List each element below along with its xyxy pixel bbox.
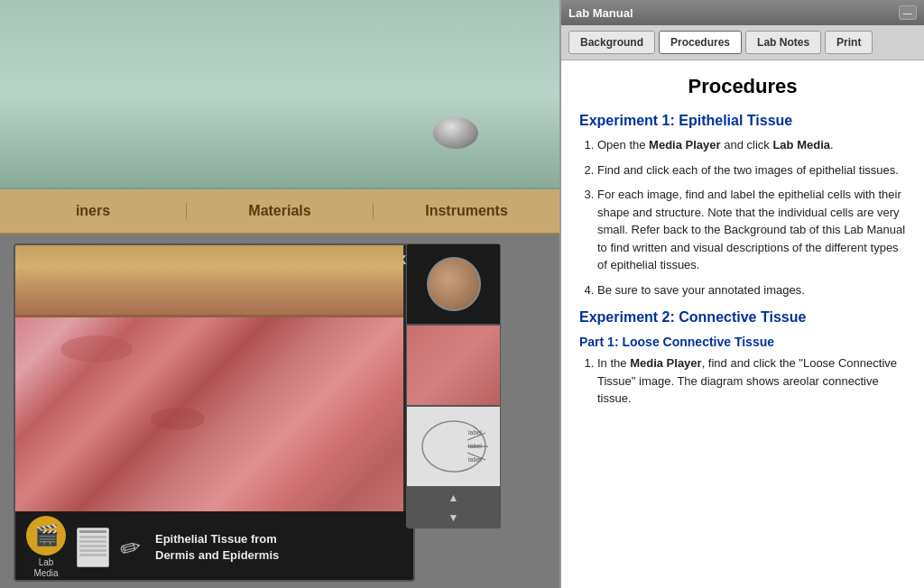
tab-background[interactable]: Background [568,31,655,54]
document-icon[interactable] [77,528,109,567]
tab-print[interactable]: Print [825,31,873,54]
epidermis-layer [15,245,403,317]
media-title: Epithelial Tissue fromDermis and Epiderm… [155,531,279,564]
thumbnail-strip: label label label ▲ ▼ [406,243,501,528]
scroll-up-button[interactable]: ▲ [407,488,500,508]
content-heading: Procedures [579,75,906,98]
experiment2-title: Experiment 2: Connective Tissue [579,309,906,326]
svg-text:label: label [468,456,482,463]
lab-media-label: LabMedia [33,557,58,579]
thumbnail-3[interactable]: label label label [407,407,500,488]
cell-diagram-svg: label label label [418,415,490,478]
lab-media-icon: 🎬 [26,516,66,556]
svg-text:label: label [468,443,482,449]
tab-lab-notes[interactable]: Lab Notes [745,31,821,54]
pencil-icon[interactable]: ✏ [116,530,144,565]
experiment2-part1-steps: In the Media Player, find and click the … [579,354,906,408]
svg-text:label: label [468,429,482,436]
nav-item-materials[interactable]: Materials [187,203,374,219]
step-2-1-1: In the Media Player, find and click the … [597,354,906,408]
step-1-3: For each image, find and label the epith… [597,186,906,274]
manual-titlebar: Lab Manual — [561,0,924,25]
experiment1-title: Experiment 1: Epithelial Tissue [579,113,906,129]
step-1-2: Find and click each of the two images of… [597,161,906,179]
experiment1-steps: Open the Media Player and click Lab Medi… [579,136,906,299]
thumbnail-2[interactable] [407,326,500,407]
nav-bar: iners Materials Instruments [0,189,559,234]
nav-item-instruments[interactable]: Instruments [374,203,559,219]
orb [433,117,478,149]
scroll-down-button[interactable]: ▼ [407,508,500,528]
manual-title: Lab Manual [568,6,633,20]
manual-content: Procedures Experiment 1: Epithelial Tiss… [561,60,924,588]
lab-area: iners Materials Instruments X 🎬 LabMedia… [0,0,559,588]
lab-top-bar [0,0,559,189]
thumbnail-1[interactable] [407,244,500,326]
step-1-1: Open the Media Player and click Lab Medi… [597,136,906,154]
media-player: X 🎬 LabMedia ✏ Epithelial Tissue fromDer… [14,243,415,582]
manual-close-button[interactable]: — [899,5,917,20]
manual-tabs: Background Procedures Lab Notes Print [561,25,924,60]
lab-media-button[interactable]: 🎬 LabMedia [26,516,66,579]
tab-procedures[interactable]: Procedures [659,31,742,54]
circle-cell-icon [427,257,481,311]
lab-manual-panel: Lab Manual — Background Procedures Lab N… [559,0,924,588]
content-area: X 🎬 LabMedia ✏ Epithelial Tissue fromDer… [0,234,559,588]
tissue-texture [15,317,403,511]
step-1-4: Be sure to save your annotated images. [597,281,906,299]
nav-item-iners[interactable]: iners [0,203,187,219]
experiment2-part1-title: Part 1: Loose Connective Tissue [579,335,906,349]
tissue-image [15,245,403,511]
media-footer: 🎬 LabMedia ✏ Epithelial Tissue fromDermi… [15,511,413,582]
